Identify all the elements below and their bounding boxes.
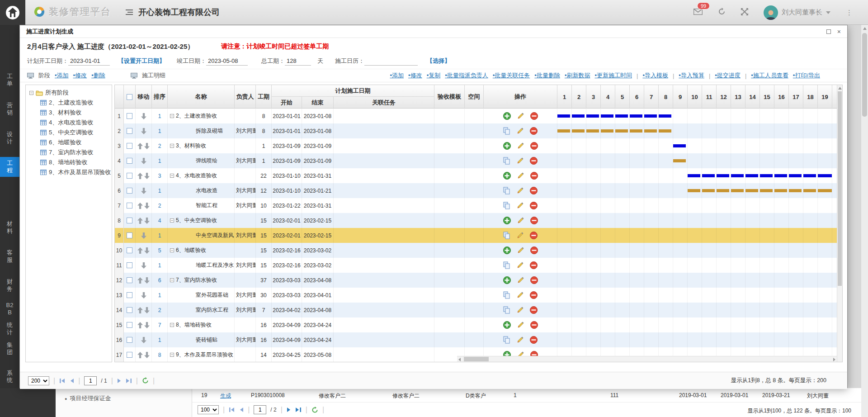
copy-icon[interactable] (503, 291, 510, 299)
move-up-icon[interactable] (137, 322, 143, 328)
sort-value[interactable]: 1 (158, 232, 161, 239)
move-up-icon[interactable] (137, 277, 143, 284)
menu-list-icon[interactable] (126, 9, 133, 15)
user-menu[interactable]: 刘大同董事长 (764, 5, 830, 20)
collapse-minus-icon[interactable]: − (170, 174, 174, 178)
table-row-4[interactable]: 41弹线喷绘刘大同董12023-01-092023-01-09 (115, 153, 838, 168)
remove-icon[interactable] (530, 291, 538, 299)
row-checkbox[interactable] (127, 337, 132, 343)
tree-root[interactable]: −所有阶段 (29, 88, 112, 98)
edit-pencil-icon[interactable] (517, 321, 524, 329)
remove-icon[interactable] (530, 157, 538, 165)
table-row-7[interactable]: 72智能工程刘大同董102023-01-222023-01-31 (115, 198, 838, 213)
calendar-input[interactable] (364, 57, 418, 66)
tree-item-5[interactable]: 6、地暖验收 (29, 137, 112, 147)
sort-value[interactable]: 1 (158, 337, 161, 343)
detail-link-3[interactable]: •复制 (427, 71, 441, 80)
select-calendar-link[interactable]: 【选择】 (427, 57, 450, 65)
edit-pencil-icon[interactable] (516, 187, 524, 194)
tree-item-1[interactable]: 2、土建改造验收 (29, 98, 112, 108)
copy-icon[interactable] (503, 127, 510, 135)
move-up-icon[interactable] (137, 352, 143, 358)
refresh-icon[interactable] (718, 8, 726, 17)
move-down-icon[interactable] (144, 352, 150, 358)
row-checkbox[interactable] (127, 143, 132, 149)
edit-pencil-icon[interactable] (516, 202, 524, 209)
table-row-16[interactable]: 161瓷砖铺贴刘大同董162023-04-092023-04-24 (115, 332, 838, 347)
remove-icon[interactable] (530, 127, 538, 135)
edit-pencil-icon[interactable] (516, 127, 524, 135)
move-down-icon[interactable] (141, 262, 146, 269)
row-checkbox[interactable] (127, 128, 132, 134)
sort-value[interactable]: 8 (158, 352, 161, 358)
edit-pencil-icon[interactable] (517, 217, 524, 224)
collapse-minus-icon[interactable]: − (170, 114, 174, 118)
remove-icon[interactable] (530, 172, 538, 180)
add-icon[interactable] (503, 142, 511, 150)
row-checkbox[interactable] (127, 113, 132, 119)
collapse-minus-icon[interactable]: − (170, 323, 174, 327)
sort-value[interactable]: 1 (158, 158, 161, 164)
next-page-icon[interactable] (287, 407, 291, 412)
move-down-icon[interactable] (144, 307, 150, 313)
sidebar-item-9[interactable]: 统计 (0, 319, 19, 339)
move-down-icon[interactable] (141, 128, 146, 134)
edit-pencil-icon[interactable] (516, 157, 524, 165)
table-row-6[interactable]: 61水电改造刘大同董122023-01-102023-01-21 (115, 183, 838, 198)
table-row-12[interactable]: 126−7、室内防水验收372023-03-032023-04-08 (115, 273, 838, 288)
sort-value[interactable]: 7 (158, 322, 161, 328)
maximize-icon[interactable] (826, 29, 831, 34)
sidebar-item-2[interactable]: 营销 (0, 99, 19, 119)
detail-link-7[interactable]: •刷新数据 (565, 71, 590, 80)
tree-item-3[interactable]: 4、水电改造验收 (29, 118, 112, 128)
edit-pencil-icon[interactable] (517, 172, 524, 180)
first-page-icon[interactable] (59, 378, 66, 384)
table-row-11[interactable]: 111地暖工程及净水、软水刘大同董152023-02-162023-03-02 (115, 258, 838, 273)
add-icon[interactable] (503, 217, 511, 224)
last-page-icon[interactable] (126, 378, 132, 384)
move-up-icon[interactable] (137, 143, 143, 149)
collapse-minus-icon[interactable]: − (170, 353, 174, 357)
start-date-input[interactable] (68, 57, 110, 66)
more-dots-icon[interactable]: ⋮ (846, 9, 853, 17)
next-page-icon[interactable] (117, 378, 122, 384)
move-down-icon[interactable] (141, 113, 146, 119)
move-down-icon[interactable] (144, 203, 150, 209)
sidebar-item-6[interactable]: 客服 (0, 246, 19, 266)
detail-link-8[interactable]: •更新施工时间 (594, 71, 632, 80)
move-up-icon[interactable] (137, 173, 143, 179)
fullscreen-icon[interactable] (741, 8, 748, 17)
move-down-icon[interactable] (141, 158, 146, 164)
detail-link-13[interactable]: •打印/导出 (793, 71, 820, 80)
row-checkbox[interactable] (127, 322, 132, 328)
page-number-input[interactable] (84, 376, 97, 385)
table-row-14[interactable]: 142室内防水工程刘大同董72023-04-022023-04-08 (115, 303, 838, 317)
table-row[interactable]: 19 生成 P1903010008 修改客户二 修改客户二 D类客户 1 111… (192, 388, 861, 403)
remove-icon[interactable] (530, 217, 538, 224)
generate-link[interactable]: 生成 (220, 392, 231, 400)
row-checkbox[interactable] (127, 277, 132, 283)
sort-value[interactable]: 1 (158, 113, 161, 119)
collapse-minus-icon[interactable]: − (170, 144, 174, 148)
row-checkbox[interactable] (127, 218, 132, 223)
move-up-icon[interactable] (137, 203, 143, 209)
sort-value[interactable]: 1 (158, 128, 161, 134)
table-row-5[interactable]: 53−4、水电改造验收222023-01-102023-01-31 (115, 168, 838, 183)
move-down-icon[interactable] (141, 337, 146, 343)
detail-link-9[interactable]: •导入模板 (642, 71, 668, 80)
move-down-icon[interactable] (141, 188, 146, 194)
copy-icon[interactable] (503, 157, 510, 165)
edit-pencil-icon[interactable] (517, 276, 524, 284)
detail-link-2[interactable]: •修改 (408, 71, 422, 80)
move-down-icon[interactable] (144, 173, 150, 179)
detail-link-6[interactable]: •批量删除 (534, 71, 560, 80)
remove-icon[interactable] (530, 321, 538, 329)
sidebar-item-11[interactable]: 系统 (0, 367, 19, 387)
copy-icon[interactable] (503, 202, 510, 209)
add-icon[interactable] (503, 276, 511, 284)
move-down-icon[interactable] (141, 292, 146, 299)
table-row-2[interactable]: 21拆除及砌墙刘大同董82023-01-012023-01-08 (115, 123, 838, 138)
grid-vertical-scrollbar[interactable] (837, 85, 842, 362)
copy-icon[interactable] (503, 336, 510, 344)
edit-pencil-icon[interactable] (516, 261, 524, 269)
